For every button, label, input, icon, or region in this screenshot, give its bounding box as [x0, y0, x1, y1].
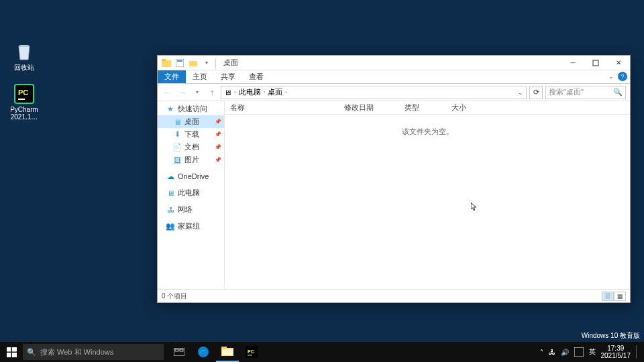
- properties-icon[interactable]: [174, 57, 186, 69]
- column-name[interactable]: 名称: [225, 103, 339, 113]
- explorer-icon: [160, 57, 172, 69]
- svg-rect-6: [176, 59, 184, 67]
- system-tray: ˄ 🖧 🔊 英 17:39 2021/5/17: [540, 345, 645, 359]
- column-date[interactable]: 修改日期: [339, 103, 399, 113]
- tray-clock[interactable]: 17:39 2021/5/17: [601, 345, 631, 359]
- desktop-icon-recycle-bin[interactable]: 回收站: [4, 40, 44, 72]
- close-button[interactable]: ✕: [607, 56, 630, 70]
- column-size[interactable]: 大小: [446, 103, 486, 113]
- breadcrumb-dropdown-icon[interactable]: ⌄: [518, 89, 523, 96]
- ribbon-tab-share[interactable]: 共享: [214, 70, 242, 83]
- search-placeholder: 搜索"桌面": [549, 87, 584, 97]
- titlebar[interactable]: ▾ | 桌面 ─ ✕: [158, 56, 630, 70]
- svg-rect-12: [7, 353, 11, 357]
- taskbar: 🔍 搜索 Web 和 Windows PC ˄ 🖧 🔊 英 17:39 2021…: [0, 342, 644, 362]
- ribbon-tab-file[interactable]: 文件: [158, 70, 186, 83]
- search-input[interactable]: 搜索"桌面" 🔍: [545, 86, 626, 99]
- tray-notifications-icon[interactable]: [636, 345, 640, 359]
- svg-rect-11: [12, 347, 17, 352]
- homegroup-icon: 👥: [166, 222, 175, 231]
- svg-text:PC: PC: [248, 349, 254, 354]
- onedrive-icon: ☁: [166, 172, 175, 181]
- taskbar-search[interactable]: 🔍 搜索 Web 和 Windows: [23, 344, 164, 360]
- task-view-button[interactable]: [168, 342, 191, 362]
- recent-dropdown[interactable]: ▾: [191, 86, 203, 99]
- file-explorer-window: ▾ | 桌面 ─ ✕ 文件 主页 共享 查看 ⌄ ? ← → ▾ ↑ 🖥 › 此…: [157, 55, 631, 303]
- star-icon: ★: [166, 105, 175, 114]
- network-icon: 🖧: [166, 205, 175, 215]
- downloads-icon: ⬇: [172, 130, 182, 139]
- nav-item-desktop[interactable]: 🖥 桌面 📌: [158, 115, 224, 128]
- nav-homegroup[interactable]: 👥 家庭组: [158, 220, 224, 233]
- tray-ime-icon[interactable]: [574, 347, 584, 357]
- ribbon-expand-icon[interactable]: ⌄: [608, 73, 614, 80]
- svg-rect-9: [593, 60, 598, 66]
- ribbon-tab-view[interactable]: 查看: [242, 70, 270, 83]
- column-headers: 名称 修改日期 类型 大小: [225, 101, 630, 115]
- maximize-button[interactable]: [584, 56, 607, 70]
- column-type[interactable]: 类型: [399, 103, 446, 113]
- tray-ime-lang[interactable]: 英: [589, 347, 596, 357]
- tray-volume-icon[interactable]: 🔊: [561, 349, 569, 356]
- svg-text:PC: PC: [18, 88, 28, 97]
- view-icons-button[interactable]: ▦: [614, 292, 626, 301]
- pin-icon: 📌: [215, 144, 221, 150]
- svg-rect-24: [574, 347, 584, 357]
- new-folder-icon[interactable]: [187, 57, 199, 69]
- chevron-right-icon: ›: [264, 89, 266, 95]
- status-bar: 0 个项目 ☰ ▦: [158, 289, 630, 302]
- breadcrumb-pc-icon: 🖥: [224, 88, 231, 97]
- nav-network[interactable]: 🖧 网络: [158, 203, 224, 216]
- chevron-right-icon: ›: [285, 89, 287, 95]
- nav-this-pc[interactable]: 🖥 此电脑: [158, 186, 224, 199]
- taskbar-file-explorer[interactable]: [216, 342, 239, 362]
- desktop-icon-label: 回收站: [14, 63, 34, 72]
- tray-network-icon[interactable]: 🖧: [549, 349, 555, 356]
- svg-rect-15: [175, 349, 178, 351]
- taskbar-edge[interactable]: [192, 342, 215, 362]
- nav-item-pictures[interactable]: 🖼 图片 📌: [158, 154, 224, 166]
- refresh-button[interactable]: ⟳: [529, 86, 543, 99]
- pycharm-icon: PC: [13, 83, 35, 105]
- back-button[interactable]: ←: [162, 86, 174, 99]
- nav-onedrive[interactable]: ☁ OneDrive: [158, 170, 224, 182]
- start-button[interactable]: [0, 342, 23, 362]
- svg-rect-19: [221, 347, 227, 349]
- navigation-pane: ★ 快速访问 🖥 桌面 📌 ⬇ 下载 📌 📄 文档 📌 🖼 图片 �: [158, 101, 225, 289]
- svg-rect-23: [248, 355, 252, 356]
- svg-rect-8: [189, 61, 197, 66]
- search-icon: 🔍: [613, 88, 623, 97]
- minimize-button[interactable]: ─: [561, 56, 584, 70]
- chevron-right-icon: ›: [234, 89, 236, 95]
- svg-rect-5: [162, 59, 166, 61]
- desktop-icon-pycharm[interactable]: PC PyCharm 2021.1…: [4, 83, 44, 121]
- svg-rect-13: [12, 353, 17, 357]
- breadcrumb-item[interactable]: 桌面: [268, 87, 282, 97]
- up-button[interactable]: ↑: [206, 86, 218, 99]
- ribbon-tab-home[interactable]: 主页: [186, 70, 214, 83]
- desktop-icon-label: PyCharm 2021.1…: [4, 106, 44, 121]
- pin-icon: 📌: [215, 131, 221, 137]
- taskbar-pycharm[interactable]: PC: [240, 342, 263, 362]
- breadcrumb[interactable]: 🖥 › 此电脑 › 桌面 › ⌄: [221, 86, 527, 99]
- nav-quick-access[interactable]: ★ 快速访问: [158, 103, 224, 115]
- documents-icon: 📄: [172, 143, 182, 152]
- nav-item-downloads[interactable]: ⬇ 下载 📌: [158, 128, 224, 141]
- forward-button[interactable]: →: [176, 86, 189, 99]
- empty-folder-message: 该文件夹为空。: [225, 127, 630, 137]
- desktop-folder-icon: 🖥: [172, 117, 182, 127]
- search-placeholder: 搜索 Web 和 Windows: [40, 347, 113, 357]
- svg-point-17: [198, 347, 209, 357]
- pc-icon: 🖥: [166, 188, 175, 198]
- pin-icon: 📌: [215, 119, 221, 125]
- svg-rect-3: [18, 99, 25, 100]
- view-details-button[interactable]: ☰: [602, 292, 614, 301]
- qat-dropdown-icon[interactable]: ▾: [201, 57, 213, 69]
- nav-item-documents[interactable]: 📄 文档 📌: [158, 141, 224, 154]
- recycle-bin-icon: [13, 40, 35, 62]
- help-icon[interactable]: ?: [618, 72, 627, 81]
- tray-chevron-up-icon[interactable]: ˄: [540, 349, 543, 356]
- ribbon-tabs: 文件 主页 共享 查看 ⌄ ?: [158, 70, 630, 84]
- breadcrumb-item[interactable]: 此电脑: [239, 87, 261, 97]
- svg-rect-20: [222, 349, 233, 355]
